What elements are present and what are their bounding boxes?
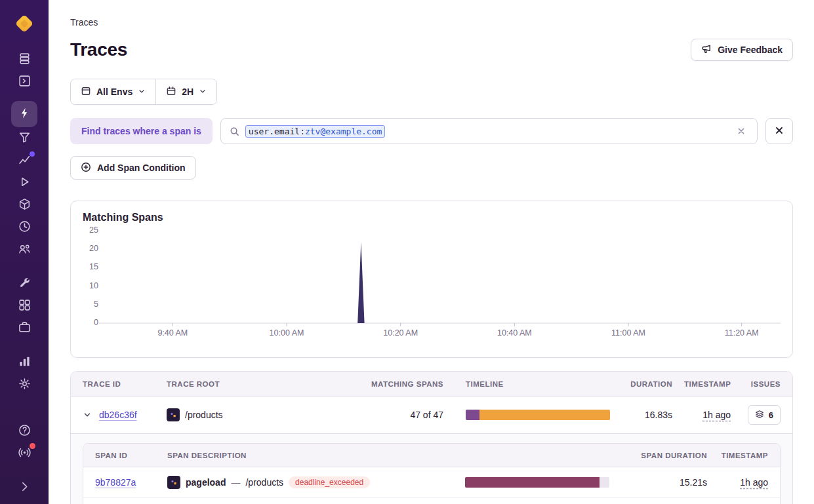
col-trace-id: TRACE ID (71, 380, 161, 388)
token-value: ztv@example.com (305, 126, 382, 136)
span-description: /products (245, 477, 283, 488)
col-span-duration: SPAN DURATION (619, 452, 719, 459)
col-duration: DURATION (619, 380, 684, 388)
give-feedback-button[interactable]: Give Feedback (691, 39, 793, 61)
sidebar (0, 0, 49, 504)
sidebar-item-insights[interactable] (11, 149, 37, 172)
play-icon (18, 175, 31, 191)
cube-icon (18, 197, 31, 213)
span-status-badge: deadline_exceeded (289, 476, 370, 488)
span-duration: 15.21s (619, 477, 719, 488)
sidebar-item-issues[interactable] (11, 48, 37, 71)
help-icon (18, 423, 31, 439)
grid-icon (18, 298, 31, 314)
chart-title: Matching Spans (83, 212, 781, 223)
sidebar-item-replays[interactable] (11, 172, 37, 194)
calendar-icon (166, 86, 176, 98)
subtable-header-row: SPAN ID SPAN DESCRIPTION SPAN DURATION T… (83, 444, 780, 467)
sidebar-item-funnel[interactable] (11, 127, 37, 149)
span-search-input[interactable]: user.email:ztv@example.com (220, 118, 758, 144)
clear-search-icon[interactable] (734, 124, 748, 138)
sidebar-item-history[interactable] (11, 216, 37, 239)
trace-timeline-bar (466, 410, 610, 420)
expanded-trace-section: SPAN ID SPAN DESCRIPTION SPAN DURATION T… (71, 433, 792, 504)
env-filter-label: All Envs (96, 87, 132, 97)
col-timestamp: TIMESTAMP (684, 380, 743, 388)
megaphone-icon (701, 44, 712, 56)
col-span-timestamp: TIMESTAMP (719, 452, 780, 459)
add-span-condition-label: Add Span Condition (97, 163, 186, 173)
matching-spans-count: 47 of 47 (347, 410, 455, 420)
trace-id-link[interactable]: db26c36f (99, 410, 137, 420)
trace-duration: 16.83s (619, 410, 684, 420)
sidebar-item-settings[interactable] (11, 374, 37, 396)
notification-dot (30, 151, 35, 157)
plus-circle-icon (81, 162, 91, 174)
chevron-down-icon (138, 87, 146, 97)
sentry-logo[interactable] (12, 12, 36, 35)
explore-icon (18, 74, 31, 90)
matching-spans-panel: Matching Spans 05101520259:40 AM10:00 AM… (70, 201, 793, 358)
col-trace-root: TRACE ROOT (161, 380, 347, 388)
breadcrumb[interactable]: Traces (70, 17, 98, 28)
project-avatar (167, 476, 180, 489)
sidebar-item-traces[interactable] (11, 101, 37, 127)
window-icon (81, 86, 91, 98)
sidebar-item-explore[interactable] (11, 71, 37, 93)
project-avatar (167, 408, 180, 421)
sidebar-item-stats[interactable] (11, 351, 37, 374)
time-range-button[interactable]: 2H (155, 79, 216, 104)
env-filter-button[interactable]: All Envs (71, 79, 155, 104)
briefcase-icon (18, 320, 31, 336)
table-header-row: TRACE ID TRACE ROOT MATCHING SPANS TIMEL… (71, 372, 792, 397)
sidebar-item-team[interactable] (11, 239, 37, 261)
traces-table: TRACE ID TRACE ROOT MATCHING SPANS TIMEL… (70, 371, 793, 504)
expand-toggle-button[interactable] (81, 409, 93, 421)
page-header: Traces Give Feedback (70, 37, 793, 63)
span-id-link[interactable]: 9b78827a (95, 477, 136, 488)
span-timeline-bar (465, 477, 609, 488)
close-icon (774, 125, 784, 138)
spans-subtable: SPAN ID SPAN DESCRIPTION SPAN DURATION T… (83, 443, 781, 504)
token-key: user.email: (249, 126, 305, 136)
issues-button[interactable]: 6 (748, 405, 781, 425)
chart-area[interactable]: 05101520259:40 AM10:00 AM10:20 AM10:40 A… (83, 225, 781, 349)
sidebar-item-projects[interactable] (11, 317, 37, 339)
separator: — (231, 477, 240, 488)
lightning-icon (18, 106, 31, 122)
col-span-description: SPAN DESCRIPTION (162, 452, 455, 459)
col-timeline: TIMELINE (455, 380, 619, 388)
bar-chart-icon (18, 355, 31, 370)
trace-root-label: /products (185, 410, 223, 420)
search-token[interactable]: user.email:ztv@example.com (245, 125, 386, 138)
table-row: db26c36f /products 47 of 47 16.83s 1h ag… (71, 397, 792, 433)
main-content: Traces Traces Give Feedback All Envs 2H … (49, 0, 814, 504)
sidebar-item-whats-new[interactable] (11, 442, 37, 465)
add-span-condition-button[interactable]: Add Span Condition (70, 156, 196, 180)
issues-icon (18, 52, 31, 68)
sidebar-item-toolbox[interactable] (11, 273, 37, 295)
funnel-icon (18, 130, 31, 146)
chevron-down-icon (199, 87, 207, 97)
issues-count: 6 (769, 410, 773, 420)
clock-icon (18, 220, 31, 235)
time-range-label: 2H (182, 87, 193, 97)
sidebar-item-dashboards[interactable] (11, 295, 37, 317)
notification-dot (30, 443, 35, 449)
wrench-icon (18, 276, 31, 292)
sidebar-item-help[interactable] (11, 420, 37, 442)
gear-icon (18, 377, 31, 393)
chevron-right-icon (18, 480, 31, 495)
span-timestamp[interactable]: 1h ago (740, 477, 768, 488)
trace-timestamp[interactable]: 1h ago (702, 410, 731, 420)
remove-condition-button[interactable] (765, 118, 793, 144)
span-op: pageload (186, 477, 226, 488)
give-feedback-label: Give Feedback (718, 45, 783, 55)
broadcast-icon (18, 446, 31, 461)
search-icon (230, 126, 239, 136)
span-row: 9b78827a pageload — /products deadline_e… (83, 467, 780, 497)
sidebar-item-releases[interactable] (11, 194, 37, 216)
filter-bar: All Envs 2H (70, 79, 217, 105)
sidebar-collapse-button[interactable] (11, 476, 37, 499)
col-issues: ISSUES (743, 380, 792, 388)
